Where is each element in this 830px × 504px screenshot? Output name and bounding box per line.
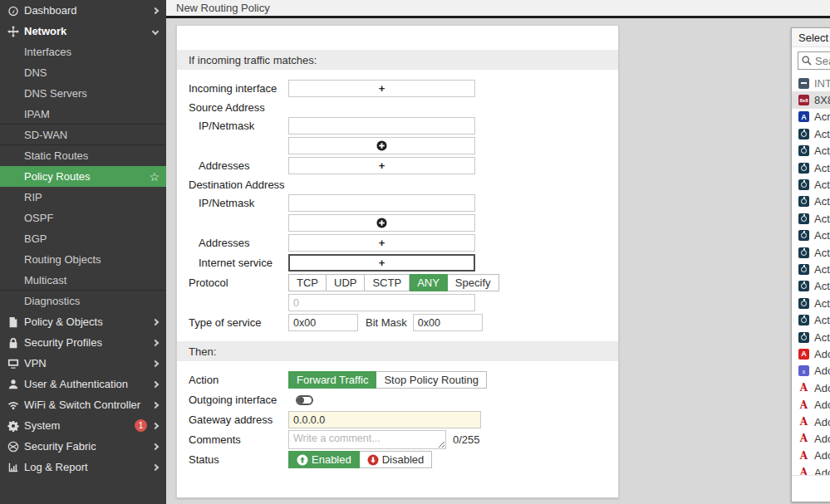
search-icon bbox=[802, 56, 812, 66]
collapse-icon bbox=[798, 78, 809, 89]
sidebar-item-log-report[interactable]: Log & Report bbox=[0, 457, 166, 477]
entry-label: Adobe-LDAP bbox=[814, 449, 830, 462]
chevron-right-icon bbox=[152, 339, 159, 345]
entry-row[interactable]: AAdobe-LDAP bbox=[792, 448, 830, 464]
action-stop-policy-routing-button[interactable]: Stop Policy Routing bbox=[376, 371, 486, 389]
entry-row[interactable]: AAcronis-Cyber.Cloud bbox=[792, 109, 830, 125]
sidebar-item-vpn[interactable]: VPN bbox=[0, 353, 166, 374]
entry-row[interactable]: Act-on-Outbound_Email bbox=[792, 278, 830, 295]
entry-row[interactable]: AAdobe-Adobe.Experience.Cloud bbox=[792, 345, 830, 362]
dest-addresses-select[interactable] bbox=[288, 234, 475, 252]
sidebar-item-network[interactable]: Network bbox=[0, 21, 166, 42]
chart-icon bbox=[6, 461, 20, 473]
sidebar-item-security-profiles[interactable]: Security Profiles bbox=[0, 332, 166, 353]
chevron-right-icon bbox=[152, 380, 159, 387]
sidebar-item-dns[interactable]: DNS bbox=[0, 62, 166, 83]
entry-label: Act-on-DNS bbox=[814, 128, 830, 140]
entry-row[interactable]: Act-on-ICMP bbox=[792, 159, 830, 176]
entry-row[interactable]: 8x88X8-8X8.Cloud✎ bbox=[792, 91, 830, 108]
entry-row[interactable]: Act-on-NetBIOS.Name.Service bbox=[792, 210, 830, 227]
protocol-any-button[interactable]: ANY bbox=[410, 274, 448, 291]
sidebar-item-multicast[interactable]: Multicast bbox=[0, 270, 166, 291]
sidebar-item-user-auth[interactable]: User & Authentication bbox=[0, 374, 166, 394]
dest-ip-add-row[interactable] bbox=[288, 214, 475, 232]
acton-icon bbox=[798, 230, 809, 241]
comments-textarea[interactable] bbox=[288, 430, 446, 449]
incoming-interface-label: Incoming interface bbox=[189, 82, 288, 95]
sidebar-item-security-fabric[interactable]: Security Fabric bbox=[0, 436, 166, 457]
source-ip-netmask-input[interactable] bbox=[288, 117, 475, 135]
sidebar-item-dns-servers[interactable]: DNS Servers bbox=[0, 83, 166, 104]
search-input[interactable] bbox=[815, 55, 830, 67]
sidebar-item-wifi-switch[interactable]: WiFi & Switch Controller bbox=[0, 394, 166, 415]
sidebar-item-label: Security Profiles bbox=[24, 336, 153, 349]
acton-icon bbox=[798, 196, 809, 207]
entry-row[interactable]: AAdobe-FTP bbox=[792, 396, 830, 413]
plus-icon bbox=[379, 257, 386, 269]
sidebar-item-policy-objects[interactable]: Policy & Objects bbox=[0, 311, 166, 332]
entry-row[interactable]: AAdobe-DNS bbox=[792, 379, 830, 396]
fabric-icon bbox=[6, 440, 20, 453]
internet-service-select[interactable] bbox=[288, 254, 475, 272]
entry-row[interactable]: Act-on-Inbound_Email bbox=[792, 176, 830, 193]
tos-bitmask-input[interactable] bbox=[413, 314, 483, 331]
entry-row[interactable]: Act-on-LDAP bbox=[792, 193, 830, 210]
entry-row[interactable]: Act-on-Other bbox=[792, 261, 830, 277]
sidebar-item-system[interactable]: System1 bbox=[0, 415, 166, 436]
chevron-right-icon bbox=[152, 318, 159, 325]
protocol-number-input[interactable] bbox=[288, 294, 475, 311]
source-addresses-select[interactable] bbox=[288, 157, 475, 174]
sidebar-item-policy-routes[interactable]: Policy Routes☆ bbox=[0, 166, 166, 187]
protocol-specify-button[interactable]: Specify bbox=[448, 274, 499, 291]
sidebar-item-ospf[interactable]: OSPF bbox=[0, 208, 166, 228]
entry-row[interactable]: Act-on-NetBIOS.Session.Service bbox=[792, 228, 830, 244]
chevron-right-icon bbox=[152, 7, 159, 13]
gateway-address-input[interactable] bbox=[288, 411, 481, 428]
entry-row[interactable]: Act-on-DNS bbox=[792, 125, 830, 142]
sidebar-item-label: VPN bbox=[24, 357, 153, 369]
sidebar-item-ipam[interactable]: IPAM bbox=[0, 104, 166, 125]
tos-value-input[interactable] bbox=[288, 314, 358, 331]
sidebar-item-interfaces[interactable]: Interfaces bbox=[0, 42, 166, 62]
status-segmented: Enabled Disabled bbox=[288, 451, 432, 468]
sidebar-item-label: Security Fabric bbox=[24, 440, 153, 453]
action-forward-traffic-button[interactable]: Forward Traffic bbox=[288, 371, 376, 389]
dest-ip-netmask-input[interactable] bbox=[288, 194, 475, 212]
sidebar-item-label: SD-WAN bbox=[24, 129, 161, 141]
protocol-udp-button[interactable]: UDP bbox=[327, 274, 365, 291]
adobe-red-icon: A bbox=[798, 349, 809, 360]
status-disabled-button[interactable]: Disabled bbox=[360, 451, 433, 468]
status-enabled-button[interactable]: Enabled bbox=[288, 451, 360, 468]
sidebar-item-diagnostics[interactable]: Diagnostics bbox=[0, 291, 166, 311]
entry-label: Act-on-SSH bbox=[814, 314, 830, 326]
entry-row[interactable]: Act-on-NTP bbox=[792, 244, 830, 261]
source-ip-add-row[interactable] bbox=[288, 137, 475, 154]
status-enabled-label: Enabled bbox=[312, 453, 351, 466]
entry-row[interactable]: AAdobe-Inbound_Email bbox=[792, 430, 830, 447]
entry-row[interactable]: sAdobe-Adobe.Sign bbox=[792, 363, 830, 379]
favorite-star-icon[interactable]: ☆ bbox=[149, 171, 160, 183]
entries-group-header[interactable]: INTERNET SERVICE (1,730) bbox=[792, 75, 830, 91]
entry-row[interactable]: Act-on-Web bbox=[792, 329, 830, 345]
incoming-interface-select[interactable] bbox=[288, 80, 475, 97]
entry-row[interactable]: AAdobe-NetBIOS.Name.Service bbox=[792, 464, 830, 475]
circle-plus-icon bbox=[376, 140, 387, 151]
comments-counter: 0/255 bbox=[453, 433, 480, 446]
sidebar-item-bgp[interactable]: BGP bbox=[0, 228, 166, 249]
protocol-tcp-button[interactable]: TCP bbox=[288, 274, 327, 291]
acton-icon bbox=[798, 179, 809, 190]
sidebar-item-routing-objects[interactable]: Routing Objects bbox=[0, 249, 166, 270]
sidebar-item-rip[interactable]: RIP bbox=[0, 187, 166, 208]
outgoing-interface-toggle[interactable] bbox=[296, 395, 313, 405]
sidebar-item-label: DNS bbox=[24, 66, 161, 79]
chevron-right-icon bbox=[152, 422, 159, 428]
sidebar-item-static-routes[interactable]: Static Routes bbox=[0, 145, 166, 166]
entry-row[interactable]: Act-on-FTP bbox=[792, 143, 830, 159]
protocol-sctp-button[interactable]: SCTP bbox=[365, 274, 410, 291]
sidebar-item-sd-wan[interactable]: SD-WAN bbox=[0, 125, 166, 145]
sidebar-item-dashboard[interactable]: Dashboard bbox=[0, 0, 166, 21]
entry-label: Act-on-LDAP bbox=[814, 195, 830, 208]
entry-row[interactable]: Act-on-SSH bbox=[792, 311, 830, 328]
entry-row[interactable]: AAdobe-ICMP bbox=[792, 413, 830, 430]
entry-row[interactable]: Act-on-RTMP bbox=[792, 295, 830, 311]
